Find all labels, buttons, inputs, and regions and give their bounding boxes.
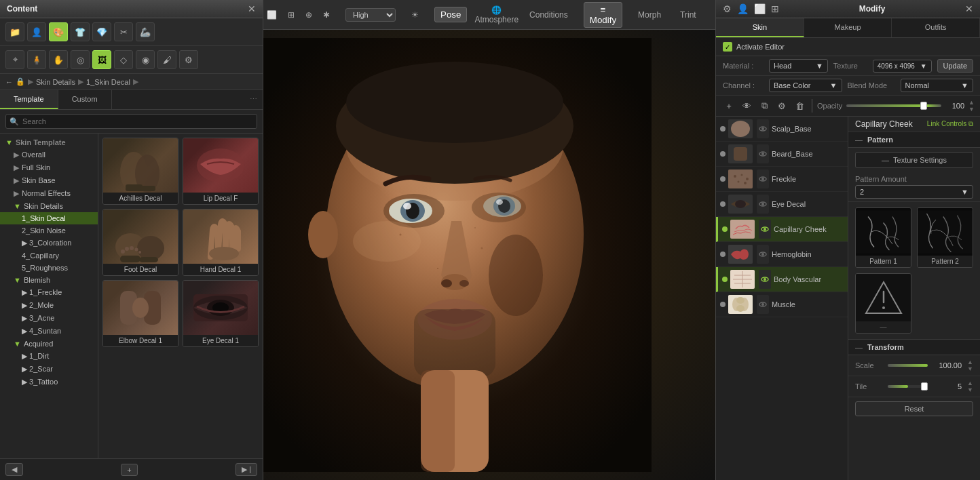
tree-4-suntan[interactable]: ▶ 4_Suntan xyxy=(0,325,98,338)
layer-hemoglobin[interactable]: Hemoglobin xyxy=(716,242,848,267)
pattern-section-header[interactable]: — Pattern xyxy=(848,132,980,148)
grid-btn[interactable]: ⊞ xyxy=(284,8,298,22)
tree-2-skin-noise[interactable]: 2_Skin Noise xyxy=(0,224,98,237)
accessory-icon-btn[interactable]: 💎 xyxy=(92,22,111,41)
pattern-thumb-2[interactable]: Pattern 2 xyxy=(917,207,973,268)
transform-section-header[interactable]: — Transform xyxy=(848,340,980,355)
breadcrumb-skin-decal[interactable]: 1_Skin Decal xyxy=(86,78,130,86)
tree-1-dirt[interactable]: ▶ 1_Dirt xyxy=(0,350,98,363)
quality-dropdown[interactable]: High Medium Low xyxy=(345,8,396,22)
opacity-arrows[interactable]: ▲▼ xyxy=(968,99,975,113)
scale-slider[interactable] xyxy=(888,364,928,367)
view-btn[interactable]: ⬜ xyxy=(263,8,280,22)
tree-3-tattoo[interactable]: ▶ 3_Tattoo xyxy=(0,376,98,388)
search-input[interactable] xyxy=(5,114,257,129)
circle-icon-btn[interactable]: ◉ xyxy=(136,50,155,69)
thumb-foot-decal[interactable]: Foot Decal xyxy=(102,209,178,276)
figure-icon-btn[interactable]: 👤 xyxy=(27,22,46,41)
crosshair-btn[interactable]: ⊕ xyxy=(302,8,316,22)
hand-icon-btn[interactable]: ✋ xyxy=(49,50,68,69)
tab-custom[interactable]: Custom xyxy=(58,90,112,109)
pattern-amount-dropdown[interactable]: 2 ▼ xyxy=(855,185,973,199)
tree-normal-effects[interactable]: ▶Normal Effects xyxy=(0,187,98,200)
layer-body-vascular[interactable]: Body Vascular xyxy=(716,267,848,292)
delete-layer-btn[interactable]: 🗑 xyxy=(792,98,807,113)
opacity-slider[interactable] xyxy=(846,104,941,107)
tree-3-acne[interactable]: ▶ 3_Acne xyxy=(0,312,98,325)
back-icon[interactable]: ← xyxy=(5,78,13,86)
texture-icon-btn[interactable]: 🖼 xyxy=(92,50,111,69)
layer-freckle[interactable]: Freckle xyxy=(716,167,848,192)
channel-dropdown[interactable]: Base Color ▼ xyxy=(769,79,842,92)
tile-slider[interactable] xyxy=(888,385,928,388)
clothes-icon-btn[interactable]: 👕 xyxy=(71,22,90,41)
conditions-tab-btn[interactable]: Conditions xyxy=(526,8,571,22)
layer-capillary-cheek[interactable]: Capillary Cheek xyxy=(716,217,848,242)
pose-tab-btn[interactable]: Pose xyxy=(434,7,467,22)
star-btn[interactable]: ✱ xyxy=(320,8,333,22)
pose-icon-btn[interactable]: 🦾 xyxy=(136,22,155,41)
options-icon[interactable]: ⋯ xyxy=(244,90,263,109)
eye-layer-btn[interactable]: 👁 xyxy=(739,98,754,113)
activate-checkbox[interactable]: ✓ xyxy=(723,42,732,52)
shape-icon-btn[interactable]: ◇ xyxy=(114,50,133,69)
tab-skin[interactable]: Skin xyxy=(716,18,804,37)
layer-beard-base[interactable]: Beard_Base xyxy=(716,142,848,167)
update-button[interactable]: Update xyxy=(937,59,973,73)
folder-icon-btn[interactable]: 📁 xyxy=(5,22,24,41)
skin-icon-btn[interactable]: 🎨 xyxy=(49,22,68,41)
reset-button[interactable]: Reset xyxy=(855,401,973,416)
scale-arrows[interactable]: ▲▼ xyxy=(967,359,973,372)
layer-eye-decal[interactable]: Eye Decal xyxy=(716,192,848,217)
extra-icon-btn[interactable]: ⚙ xyxy=(179,50,198,69)
add-btn[interactable]: + xyxy=(121,464,137,476)
tree-5-roughness[interactable]: 5_Roughness xyxy=(0,262,98,274)
tree-1-skin-decal[interactable]: 1_Skin Decal xyxy=(0,212,98,224)
body-icon-btn[interactable]: 🧍 xyxy=(27,50,46,69)
scroll-right-btn[interactable]: ▶ | xyxy=(235,463,257,476)
tree-acquired[interactable]: ▼Acquired xyxy=(0,338,98,350)
thumb-eye-decal[interactable]: Eye Decal 1 xyxy=(183,280,259,347)
tree-overall[interactable]: ▶Overall xyxy=(0,148,98,161)
tree-4-capillary[interactable]: 4_Capillary xyxy=(0,249,98,262)
decal-icon-btn[interactable]: ◎ xyxy=(71,50,90,69)
texture-settings-btn[interactable]: — Texture Settings xyxy=(855,152,973,168)
tree-2-scar[interactable]: ▶ 2_Scar xyxy=(0,363,98,376)
trint-btn[interactable]: Trint xyxy=(677,8,700,22)
copy-layer-btn[interactable]: ⧉ xyxy=(757,98,772,113)
tile-arrows[interactable]: ▲▼ xyxy=(967,380,973,393)
scroll-left-btn[interactable]: ◀ xyxy=(5,463,23,476)
breadcrumb-skin-details[interactable]: Skin Details xyxy=(36,78,75,86)
tab-outfits[interactable]: Outfits xyxy=(892,18,980,37)
tree-full-skin[interactable]: ▶Full Skin xyxy=(0,161,98,174)
modify-tab-btn[interactable]: ≡ Modify xyxy=(584,2,622,28)
morph-btn[interactable]: Morph xyxy=(635,8,664,22)
thumb-achilles-decal[interactable]: Achilles Decal xyxy=(102,138,178,205)
add-layer-btn[interactable]: + xyxy=(721,98,736,113)
blend-mode-dropdown[interactable]: Normal ▼ xyxy=(901,79,974,92)
tree-skin-details[interactable]: ▼Skin Details xyxy=(0,200,98,212)
texture-dropdown[interactable]: 4096 x 4096 ▼ xyxy=(873,60,932,73)
thumb-lip-decal[interactable]: Lip Decal F xyxy=(183,138,259,205)
tab-makeup[interactable]: Makeup xyxy=(804,18,892,37)
layer-muscle[interactable]: Muscle xyxy=(716,292,848,317)
tree-1-freckle[interactable]: ▶ 1_Freckle xyxy=(0,286,98,299)
thumb-elbow-decal[interactable]: Elbow Decal 1 xyxy=(102,280,178,347)
tree-skin-template[interactable]: ▼Skin Template xyxy=(0,136,98,148)
layer-scalp-base[interactable]: Scalp_Base xyxy=(716,117,848,142)
tree-blemish[interactable]: ▼Blemish xyxy=(0,274,98,286)
tree-2-mole[interactable]: ▶ 2_Mole xyxy=(0,299,98,312)
settings-layer-btn[interactable]: ⚙ xyxy=(774,98,789,113)
morph-icon-btn[interactable]: ⌖ xyxy=(5,50,24,69)
tab-template[interactable]: Template xyxy=(0,90,58,109)
thumb-hand-decal[interactable]: Hand Decal 1 xyxy=(183,209,259,276)
modify-close-button[interactable]: ✕ xyxy=(965,4,973,14)
tree-skin-base[interactable]: ▶Skin Base xyxy=(0,174,98,187)
hair-icon-btn[interactable]: ✂ xyxy=(114,22,133,41)
tree-3-coloration[interactable]: ▶ 3_Coloration xyxy=(0,237,98,249)
atmosphere-tab-btn[interactable]: 🌐 Atmosphere xyxy=(471,3,522,26)
brush-icon-btn[interactable]: 🖌 xyxy=(157,50,176,69)
pattern-thumb-1[interactable]: Pattern 1 xyxy=(855,207,911,268)
pattern-thumb-warn[interactable]: — xyxy=(855,273,911,334)
material-dropdown[interactable]: Head ▼ xyxy=(769,59,828,73)
